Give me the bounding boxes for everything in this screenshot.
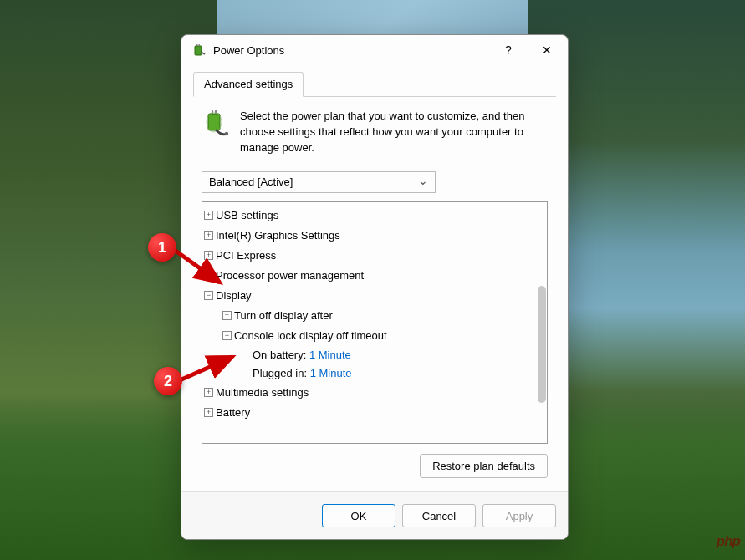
setting-value: 1 Minute bbox=[310, 367, 352, 379]
tab-panel: Select the power plan that you want to c… bbox=[193, 97, 556, 491]
setting-on-battery[interactable]: On battery: 1 Minute bbox=[241, 346, 545, 364]
tree-label: USB settings bbox=[216, 209, 278, 221]
scrollbar-thumb[interactable] bbox=[538, 286, 546, 403]
svg-rect-1 bbox=[196, 44, 198, 46]
setting-label: On battery: bbox=[253, 349, 306, 361]
annotation-badge-1: 1 bbox=[148, 233, 176, 262]
setting-value: 1 Minute bbox=[309, 349, 351, 361]
tree-item-pcie[interactable]: + PCI Express bbox=[204, 246, 545, 266]
tree-label: Turn off display after bbox=[234, 309, 333, 322]
tree-item-intel[interactable]: + Intel(R) Graphics Settings bbox=[204, 226, 545, 246]
expand-icon[interactable]: + bbox=[204, 388, 213, 397]
annotation-arrow-1 bbox=[171, 247, 226, 289]
tree-item-console-lock[interactable]: − Console lock display off timeout bbox=[222, 326, 545, 346]
titlebar: Power Options ? ✕ bbox=[181, 35, 568, 65]
tree-item-display[interactable]: − Display bbox=[204, 286, 545, 306]
expand-icon[interactable]: + bbox=[204, 408, 213, 417]
svg-rect-2 bbox=[199, 44, 201, 46]
ok-button[interactable]: OK bbox=[322, 504, 395, 527]
settings-tree[interactable]: + USB settings + Intel(R) Graphics Setti… bbox=[202, 201, 548, 444]
annotation-badge-2: 2 bbox=[154, 367, 182, 395]
expand-icon[interactable]: + bbox=[204, 211, 213, 220]
restore-defaults-button[interactable]: Restore plan defaults bbox=[420, 454, 548, 478]
collapse-icon[interactable]: − bbox=[222, 331, 232, 340]
svg-point-7 bbox=[225, 132, 228, 135]
dialog-footer: OK Cancel Apply bbox=[181, 491, 568, 539]
cancel-button[interactable]: Cancel bbox=[402, 504, 476, 527]
svg-rect-3 bbox=[208, 114, 220, 130]
close-button[interactable]: ✕ bbox=[528, 37, 566, 64]
tab-advanced-settings[interactable]: Advanced settings bbox=[193, 72, 304, 97]
collapse-icon[interactable]: − bbox=[204, 291, 213, 300]
tree-item-processor[interactable]: + Processor power management bbox=[204, 266, 545, 286]
expand-icon[interactable]: + bbox=[222, 311, 232, 320]
setting-plugged-in[interactable]: Plugged in: 1 Minute bbox=[241, 364, 545, 383]
tree-label: Intel(R) Graphics Settings bbox=[216, 229, 340, 242]
watermark: php bbox=[717, 533, 740, 550]
tree-label: Processor power management bbox=[216, 269, 364, 282]
tree-item-battery[interactable]: + Battery bbox=[204, 403, 545, 423]
tree-item-turn-off-display[interactable]: + Turn off display after bbox=[222, 306, 545, 326]
help-button[interactable]: ? bbox=[489, 37, 528, 64]
power-options-dialog: Power Options ? ✕ Advanced settings bbox=[181, 34, 569, 540]
setting-label: Plugged in: bbox=[253, 367, 307, 379]
power-options-icon bbox=[191, 43, 207, 58]
power-plan-select[interactable]: Balanced [Active] bbox=[202, 171, 436, 193]
power-plan-value: Balanced [Active] bbox=[209, 176, 293, 188]
apply-button[interactable]: Apply bbox=[482, 504, 556, 527]
window-title: Power Options bbox=[213, 44, 489, 57]
annotation-arrow-2 bbox=[178, 354, 238, 385]
tree-label: Multimedia settings bbox=[216, 386, 309, 399]
tree-item-multimedia[interactable]: + Multimedia settings bbox=[204, 383, 545, 403]
tree-label: Battery bbox=[216, 406, 250, 419]
intro-text: Select the power plan that you want to c… bbox=[240, 109, 548, 156]
battery-plug-icon bbox=[202, 109, 232, 142]
expand-icon[interactable]: + bbox=[204, 231, 213, 240]
tree-label: Console lock display off timeout bbox=[234, 329, 387, 342]
tree-item-usb[interactable]: + USB settings bbox=[204, 206, 545, 226]
tab-strip: Advanced settings bbox=[193, 72, 556, 97]
svg-rect-0 bbox=[195, 46, 202, 55]
tree-label: Display bbox=[216, 289, 252, 302]
